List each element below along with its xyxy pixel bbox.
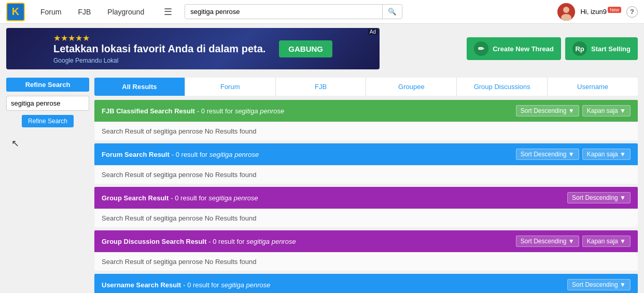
tab-group-discussions[interactable]: Group Discussions [457,78,548,96]
banner-cta-button[interactable]: GABUNG [279,40,332,57]
banner-brand: Google Pemandu Lokal [53,57,265,64]
filter-button-fjb[interactable]: Kapan saja ▼ [582,105,631,116]
hi-user-text: Hi, izun9New [580,7,621,16]
result-controls-fjb: Sort Descending ▼ Kapan saja ▼ [516,105,631,116]
result-body-group-discussion: Search Result of segitiga penrose No Res… [94,252,638,271]
rp-icon: Rp [572,41,587,56]
result-title-fjb: FJB Classified Search Result [102,107,195,115]
action-buttons: ✏ Create New Thread Rp Start Selling [467,37,638,60]
main-layout: Refine Search Refine Search ↖ All Result… [0,74,644,293]
result-section-forum: Forum Search Result - 0 result for segit… [94,143,638,184]
result-body-group: Search Result of segitiga penrose No Res… [94,209,638,227]
avatar[interactable] [557,3,575,21]
sidebar: Refine Search Refine Search ↖ [6,78,89,293]
content-area: All Results Forum FJB Groupee Group Disc… [94,78,638,293]
sidebar-search-input[interactable] [6,96,89,111]
sidebar-refine-title: Refine Search [6,78,89,92]
result-header-group: Group Search Result - 0 result for segit… [94,187,638,209]
nav-forum[interactable]: Forum [33,5,68,19]
result-keyword-username: segitiga penrose [221,281,270,289]
banner-image: Ad ★★★★★ Letakkan lokasi favorit Anda di… [6,28,380,69]
result-section-group: Group Search Result - 0 result for segit… [94,187,638,227]
result-header-fjb: FJB Classified Search Result - 0 result … [94,100,638,122]
help-icon[interactable]: ? [626,6,638,18]
nav-playground[interactable]: Playground [100,5,151,19]
start-selling-button[interactable]: Rp Start Selling [565,37,638,60]
new-badge: New [608,7,621,13]
search-input[interactable] [185,5,382,19]
filter-button-forum[interactable]: Kapan saja ▼ [582,149,631,160]
banner-text: Letakkan lokasi favorit Anda di dalam pe… [53,43,265,54]
result-count-username: - 0 result for segitiga penrose [183,281,270,289]
result-title-username: Username Search Result [102,281,181,289]
search-bar: 🔍 [185,4,402,19]
tab-all-results[interactable]: All Results [94,78,185,96]
cursor: ↖ [11,138,89,149]
result-controls-group-discussion: Sort Descending ▼ Kapan saja ▼ [516,236,631,247]
tab-username[interactable]: Username [548,78,638,96]
result-title-group-discussion: Group Discussion Search Result [102,238,206,245]
sort-button-group[interactable]: Sort Descending ▼ [567,192,631,203]
result-title-forum: Forum Search Result [102,151,170,158]
pencil-icon: ✏ [474,41,488,56]
result-count-group: - 0 result for segitiga penrose [171,194,258,202]
tab-groupee[interactable]: Groupee [366,78,457,96]
banner-row: Ad ★★★★★ Letakkan lokasi favorit Anda di… [0,24,644,74]
nav-links: Forum FJB Playground [33,5,151,19]
result-count-group-discussion: - 0 result for segitiga penrose [208,238,296,245]
sort-button-username[interactable]: Sort Descending ▼ [567,279,631,290]
results-container: FJB Classified Search Result - 0 result … [94,100,638,293]
logo[interactable]: K [6,3,25,21]
result-keyword-group: segitiga penrose [208,194,258,202]
result-count-fjb: - 0 result for segitiga penrose [197,107,284,115]
result-controls-forum: Sort Descending ▼ Kapan saja ▼ [516,149,631,160]
sort-button-group-discussion[interactable]: Sort Descending ▼ [516,236,579,247]
sort-button-forum[interactable]: Sort Descending ▼ [516,149,579,160]
result-header-group-discussion: Group Discussion Search Result - 0 resul… [94,230,638,252]
svg-point-1 [563,7,569,13]
result-controls-group: Sort Descending ▼ [567,192,631,203]
result-title-group: Group Search Result [102,194,169,202]
create-thread-button[interactable]: ✏ Create New Thread [467,37,561,60]
sort-button-fjb[interactable]: Sort Descending ▼ [516,105,579,116]
result-body-fjb: Search Result of segitiga penrose No Res… [94,122,638,140]
result-header-forum: Forum Search Result - 0 result for segit… [94,143,638,165]
result-header-username: Username Search Result - 0 result for se… [94,274,638,293]
header-right: Hi, izun9New ? [557,3,638,21]
filter-button-group-discussion[interactable]: Kapan saja ▼ [582,236,631,247]
nav-fjb[interactable]: FJB [71,5,98,19]
result-section-fjb: FJB Classified Search Result - 0 result … [94,100,638,140]
result-section-username: Username Search Result - 0 result for se… [94,274,638,293]
result-keyword-fjb: segitiga penrose [235,107,284,115]
result-keyword-group-discussion: segitiga penrose [246,238,296,245]
tab-fjb[interactable]: FJB [276,78,367,96]
tab-forum[interactable]: Forum [185,78,276,96]
result-count-forum: - 0 result for segitiga penrose [172,151,259,158]
tabs: All Results Forum FJB Groupee Group Disc… [94,78,638,96]
search-button[interactable]: 🔍 [382,5,402,19]
result-body-forum: Search Result of segitiga penrose No Res… [94,165,638,184]
result-keyword-forum: segitiga penrose [209,151,259,158]
sidebar-refine-button[interactable]: Refine Search [22,115,74,127]
result-controls-username: Sort Descending ▼ [567,279,631,290]
result-section-group-discussion: Group Discussion Search Result - 0 resul… [94,230,638,271]
hamburger-menu[interactable]: ☰ [160,4,176,20]
header: K Forum FJB Playground ☰ 🔍 Hi, izun9New … [0,0,644,24]
ad-label: Ad [368,29,377,35]
